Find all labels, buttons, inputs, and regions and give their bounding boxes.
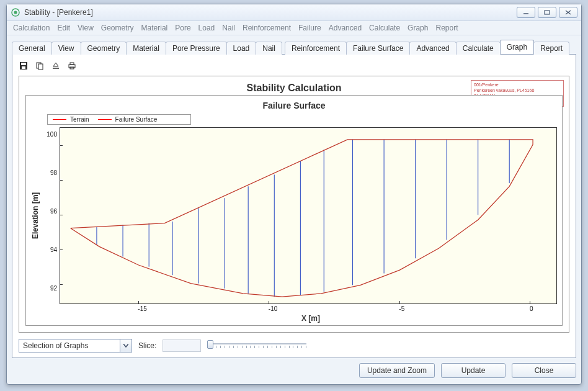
svg-rect-13 (70, 63, 74, 65)
print-icon[interactable] (67, 61, 77, 71)
tab-advanced[interactable]: Advanced (409, 42, 456, 55)
slice-label: Slice: (138, 341, 156, 350)
svg-point-1 (14, 11, 17, 14)
menu-report[interactable]: Report (435, 24, 458, 32)
menu-calculate[interactable]: Calculate (369, 24, 400, 32)
chart-subtitle: Failure Surface (26, 101, 562, 110)
menubar[interactable]: CalculationEditViewGeometryMaterialPoreL… (7, 21, 581, 35)
plot-area[interactable] (60, 127, 557, 304)
graph-toolbar (19, 60, 569, 72)
plot-wrapper: Elevation [m] 10098969492 (31, 127, 557, 304)
menu-edit[interactable]: Edit (57, 24, 70, 32)
x-axis-label: X [m] (301, 314, 320, 323)
menu-graph[interactable]: Graph (408, 24, 428, 32)
graph-controls-row: Selection of Graphs Slice: (19, 339, 569, 353)
menu-advanced[interactable]: Advanced (329, 24, 362, 32)
svg-rect-3 (545, 11, 550, 14)
menu-calculation[interactable]: Calculation (13, 24, 50, 32)
client-area: GeneralViewGeometryMaterialPore Pressure… (7, 35, 581, 384)
menu-failure[interactable]: Failure (298, 24, 321, 32)
app-window: Stability - [Penkere1] CalculationEditVi… (6, 4, 582, 385)
slider-thumb[interactable] (207, 340, 213, 349)
tab-calculate[interactable]: Calculate (456, 42, 501, 55)
tabstrip[interactable]: GeneralViewGeometryMaterialPore Pressure… (12, 39, 576, 55)
dialog-footer: Update and Zoom Update Close (12, 363, 576, 378)
tab-nail[interactable]: Nail (256, 42, 282, 55)
svg-rect-7 (21, 63, 26, 65)
chevron-down-icon[interactable] (120, 339, 131, 352)
save-icon[interactable] (19, 61, 29, 71)
menu-nail[interactable]: Nail (222, 24, 235, 32)
minimize-button[interactable] (517, 7, 535, 18)
chart-inner-frame: Failure Surface TerrainFailure Surface E… (25, 95, 563, 326)
menu-load[interactable]: Load (198, 24, 215, 32)
slice-value-box[interactable] (163, 339, 201, 352)
svg-rect-10 (38, 64, 43, 70)
x-axis: -15-10-50 X [m] (65, 305, 557, 323)
menu-pore[interactable]: Pore (175, 24, 190, 32)
chart-legend: TerrainFailure Surface (47, 114, 191, 125)
slice-slider[interactable] (207, 339, 306, 352)
tab-pore-pressure[interactable]: Pore Pressure (166, 42, 227, 55)
legend-item: Terrain (53, 116, 89, 123)
menu-view[interactable]: View (78, 24, 94, 32)
close-dialog-button[interactable]: Close (512, 363, 576, 378)
y-axis-ticks: 10098969492 (41, 127, 60, 304)
maximize-button[interactable] (538, 7, 556, 18)
update-and-zoom-button[interactable]: Update and Zoom (359, 363, 435, 378)
copy-icon[interactable] (35, 61, 45, 71)
graph-tab-panel: 001/Penkere Penkereen vakavuus, PL45160 … (12, 55, 576, 358)
tab-view[interactable]: View (51, 42, 81, 55)
graph-selection-combo[interactable]: Selection of Graphs (19, 339, 132, 353)
window-buttons (517, 7, 577, 18)
update-button[interactable]: Update (441, 363, 506, 378)
tab-general[interactable]: General (12, 42, 52, 55)
y-axis-label: Elevation [m] (31, 127, 40, 304)
window-title: Stability - [Penkere1] (24, 8, 517, 17)
tab-report[interactable]: Report (533, 42, 569, 55)
tab-graph[interactable]: Graph (500, 40, 534, 54)
app-icon (11, 7, 20, 17)
legend-item: Failure Surface (98, 116, 158, 123)
menu-reinforcement[interactable]: Reinforcement (243, 24, 291, 32)
chart-frame: 001/Penkere Penkereen vakavuus, PL45160 … (19, 76, 569, 333)
menu-material[interactable]: Material (141, 24, 168, 32)
graph-selection-value: Selection of Graphs (19, 341, 120, 350)
x-axis-ticks: -15-10-50 (65, 305, 557, 313)
titlebar[interactable]: Stability - [Penkere1] (7, 4, 581, 21)
svg-rect-8 (22, 66, 25, 69)
menu-geometry[interactable]: Geometry (101, 24, 134, 32)
tab-failure-surface[interactable]: Failure Surface (346, 42, 410, 55)
zoom-extents-icon[interactable] (51, 61, 61, 71)
close-button[interactable] (559, 7, 577, 18)
tab-geometry[interactable]: Geometry (81, 42, 127, 55)
tab-reinforcement[interactable]: Reinforcement (285, 42, 347, 55)
tab-material[interactable]: Material (126, 42, 166, 55)
tab-load[interactable]: Load (226, 42, 257, 55)
